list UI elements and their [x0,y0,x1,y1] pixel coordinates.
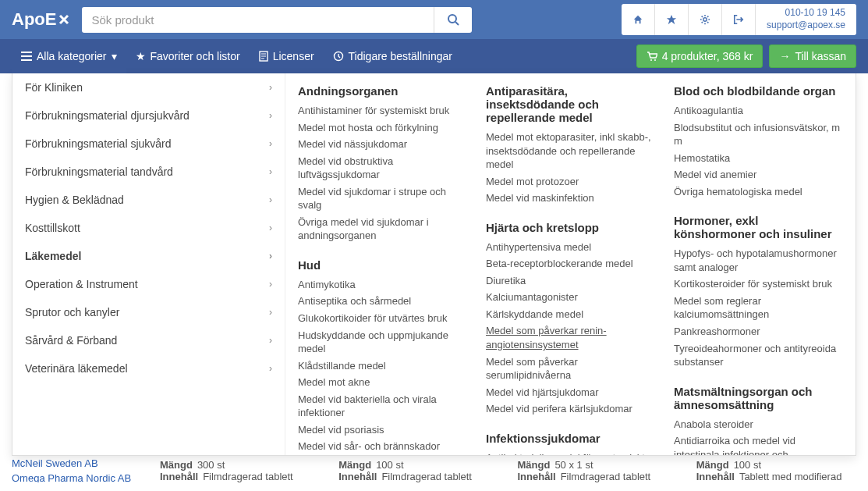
content-value: Filmdragerad tablett [381,471,472,482]
product-cell: Mängd50 x 1 stInnehållFilmdragerad table… [518,459,678,482]
home-button[interactable] [622,4,655,34]
menu-link[interactable]: Medel vid hjärtsjukdomar [480,384,661,401]
sidebar-item[interactable]: Veterinära läkemedel› [12,354,285,382]
sidebar-item-label: Operation & Instrument [25,278,138,290]
menu-section-title[interactable]: Hud [292,257,473,273]
chevron-right-icon: › [269,363,272,374]
nav-right: 4 produkter, 368 kr → Till kassan [636,44,856,68]
history-icon [333,51,344,62]
menu-link[interactable]: Medel mot protozoer [480,173,661,190]
content-label: Innehåll [696,471,735,482]
content-label: Innehåll [160,471,198,482]
sidebar-item[interactable]: Sårvård & Förband› [12,326,285,354]
menu-section-title[interactable]: Hormoner, exkl könshormoner och insuline… [668,212,849,242]
menu-link[interactable]: Glukokortikoider för utvärtes bruk [292,310,473,327]
sidebar-item[interactable]: Förbrukningsmaterial sjukvård› [12,130,285,158]
menu-link[interactable]: Övriga medel vid sjukdomar i andningsorg… [292,214,473,244]
sidebar-item[interactable]: Sprutor och kanyler› [12,298,285,326]
menu-section-title[interactable]: Blod och blodbildande organ [668,83,849,99]
qty-value: 50 x 1 st [554,459,593,471]
menu-link[interactable]: Kärlskyddande medel [480,306,661,323]
menu-link[interactable]: Medel som reglerar kalciumomsättningen [668,293,849,323]
menu-link[interactable]: Medel som påverkar serumlipidnivåerna [480,354,661,384]
menu-link[interactable]: Antikoagulantia [668,102,849,119]
content-label: Innehåll [518,471,556,482]
menu-link[interactable]: Hudskyddande och uppmjukande medel [292,327,473,358]
settings-button[interactable] [689,4,722,34]
menu-link[interactable]: Hypofys- och hypotalamushormoner samt an… [668,245,849,276]
menu-link[interactable]: Medel mot ektoparasiter, inkl skabb-, in… [480,129,661,173]
sidebar-item[interactable]: Operation & Instrument› [12,270,285,298]
menu-link[interactable]: Antiseptika och sårmedel [292,293,473,310]
menu-section-title[interactable]: Hjärta och kretslopp [480,219,661,236]
nav-favorites-label: Favoriter och listor [151,50,240,62]
menu-section: AndningsorganenAntihistaminer för system… [292,83,473,244]
menu-link[interactable]: Medel vid nässjukdomar [292,136,473,153]
support-phone: 010-10 19 145 [767,7,845,20]
menu-link[interactable]: Kalciumantagonister [480,289,661,306]
nav-licenses[interactable]: Licenser [250,39,324,73]
sidebar-item[interactable]: För Kliniken› [12,73,285,101]
menu-section-title[interactable]: Matsmältningsorgan och ämnesomsättning [668,383,849,413]
svg-point-2 [703,18,707,21]
qty-value: 100 st [376,459,403,471]
sidebar-item[interactable]: Förbrukningsmaterial djursjukvård› [12,101,285,130]
menu-column-3: Blod och blodbildande organAntikoagulant… [668,83,849,446]
menu-link[interactable]: Klådstillande medel [292,358,473,375]
content-value: Filmdragerad tablett [203,471,293,482]
menu-link[interactable]: Antihistaminer för systemiskt bruk [292,102,473,119]
product-cell: Mängd300 stInnehållFilmdragerad tablett [160,459,320,482]
favorites-button[interactable] [655,4,689,34]
logout-button[interactable] [722,4,756,34]
menu-link[interactable]: Pankreashormoner [668,323,849,340]
sidebar-item[interactable]: Hygien & Beklädnad› [12,186,285,214]
menu-link[interactable]: Medel vid sår- och brännskador [292,438,473,455]
sidebar-item-label: Sårvård & Förband [25,334,117,347]
menu-section-title[interactable]: Andningsorganen [292,83,473,99]
menu-link[interactable]: Medel som påverkar renin-angiotensinsyst… [480,322,661,353]
menu-link[interactable]: Beta-receptorblockerande medel [480,255,661,272]
menu-link[interactable]: Medel vid maskinfektion [480,190,661,207]
menu-section: Hjärta och kretsloppAntihypertensiva med… [480,219,661,418]
menu-link[interactable]: Medel vid sjukdomar i strupe och svalg [292,183,473,214]
menu-link[interactable]: Blodsubstitut och infusionsvätskor, m m [668,119,849,150]
nav-favorites[interactable]: ★ Favoriter och listor [126,39,250,73]
menu-link[interactable]: Antidiarroika och medel vid intestinala … [668,432,849,455]
menu-section: Blod och blodbildande organAntikoagulant… [668,83,849,200]
menu-link[interactable]: Anabola steroider [668,416,849,433]
menu-link[interactable]: Tyreoideahormoner och antityreoida subst… [668,340,849,371]
menu-link[interactable]: Antimykotika [292,276,473,294]
menu-link[interactable]: Diuretika [480,272,661,290]
sidebar-item[interactable]: Läkemedel› [12,242,285,270]
menu-link[interactable]: Medel mot akne [292,374,473,391]
chevron-right-icon: › [269,166,272,177]
checkout-button[interactable]: → Till kassan [769,44,856,68]
menu-link[interactable]: Medel mot hosta och förkylning [292,119,473,137]
menu-section-title[interactable]: Infektionssjukdomar [480,430,661,447]
support-info[interactable]: 010-10 19 145 support@apoex.se [756,4,856,34]
logout-icon [733,14,744,25]
nav-previous-orders[interactable]: Tidigare beställningar [324,39,462,73]
search-button[interactable] [434,7,472,33]
search-container [82,7,472,33]
menu-link[interactable]: Medel vid anemier [668,166,849,183]
menu-link[interactable]: Medel vid perifera kärlsjukdomar [480,400,661,418]
menu-section-title[interactable]: Antiparasitära, insektsdödande och repel… [480,83,661,126]
logo[interactable]: ApoE [12,9,70,30]
menu-link[interactable]: Hemostatika [668,150,849,167]
sidebar-item[interactable]: Kosttillskott› [12,214,285,242]
menu-link[interactable]: Övriga hematologiska medel [668,183,849,201]
menu-link[interactable]: Medel vid bakteriella och virala infekti… [292,391,473,422]
menu-link[interactable]: Medel vid psoriasis [292,422,473,439]
menu-link[interactable]: Kortikosteroider för systemiskt bruk [668,276,849,293]
search-input[interactable] [82,7,434,33]
sidebar-item-label: Förbrukningsmaterial sjukvård [25,137,172,150]
menu-link[interactable]: Medel vid obstruktiva luftvägssjukdomar [292,153,473,183]
menu-link[interactable]: Antihypertensiva medel [480,239,661,256]
cart-button[interactable]: 4 produkter, 368 kr [636,44,763,68]
sidebar-item[interactable]: Förbrukningsmaterial tandvård› [12,158,285,186]
menu-link[interactable]: Antibakteriella medel för systemiskt bru… [480,450,661,455]
qty-label: Mängd [160,459,193,471]
nav-all-categories[interactable]: Alla kategorier ▾ [12,39,126,73]
chevron-right-icon: › [269,335,272,346]
